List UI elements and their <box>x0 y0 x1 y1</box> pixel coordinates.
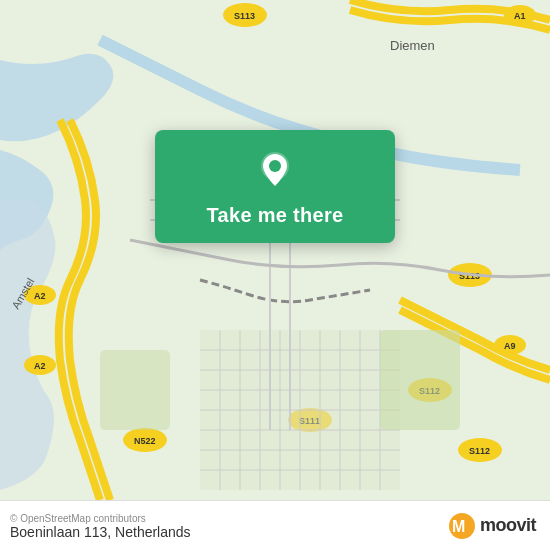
svg-text:S112: S112 <box>469 446 490 456</box>
take-me-there-button[interactable]: Take me there <box>207 204 344 227</box>
map-svg: S111 S112 S112 S113 S113 A1 A2 A2 A9 N52… <box>0 0 550 500</box>
svg-point-47 <box>269 160 281 172</box>
copyright-text: © OpenStreetMap contributors <box>10 513 191 524</box>
svg-text:A1: A1 <box>514 11 526 21</box>
svg-text:Diemen: Diemen <box>390 38 435 53</box>
moovit-m-icon: M <box>448 512 476 540</box>
address-text: Boeninlaan 113, Netherlands <box>10 524 191 540</box>
bottom-bar: © OpenStreetMap contributors Boeninlaan … <box>0 500 550 550</box>
svg-rect-40 <box>380 330 460 430</box>
moovit-wordmark: moovit <box>480 515 536 536</box>
location-card: Take me there <box>155 130 395 243</box>
map-container: S111 S112 S112 S113 S113 A1 A2 A2 A9 N52… <box>0 0 550 500</box>
svg-text:A9: A9 <box>504 341 516 351</box>
svg-text:N522: N522 <box>134 436 156 446</box>
moovit-logo: M moovit <box>448 512 536 540</box>
svg-text:A2: A2 <box>34 291 46 301</box>
address-section: © OpenStreetMap contributors Boeninlaan … <box>10 512 191 540</box>
location-pin-icon <box>253 148 297 192</box>
svg-text:M: M <box>452 518 465 535</box>
svg-text:S113: S113 <box>234 11 255 21</box>
svg-rect-41 <box>100 350 170 430</box>
svg-text:A2: A2 <box>34 361 46 371</box>
